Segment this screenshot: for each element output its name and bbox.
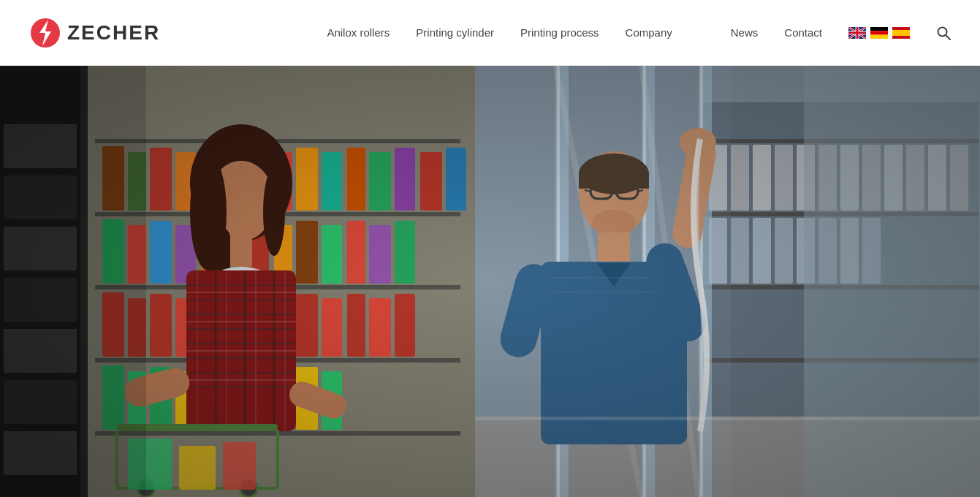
nav-anilox-rollers[interactable]: Anilox rollers — [327, 26, 390, 39]
nav-left: Anilox rollers Printing cylinder Printin… — [327, 26, 672, 39]
main-nav: Anilox rollers Printing cylinder Printin… — [327, 26, 951, 40]
hero-section — [0, 66, 980, 497]
flag-es[interactable] — [892, 27, 910, 39]
svg-rect-8 — [892, 36, 910, 39]
nav-news[interactable]: News — [731, 26, 759, 39]
site-header: ZECHER Anilox rollers Printing cylinder … — [0, 0, 980, 66]
svg-rect-4 — [870, 31, 888, 34]
nav-contact[interactable]: Contact — [784, 26, 822, 39]
search-icon — [936, 26, 951, 40]
flag-de[interactable] — [870, 27, 888, 39]
svg-rect-7 — [892, 30, 910, 36]
logo-icon — [29, 17, 61, 49]
flag-en[interactable] — [848, 27, 866, 39]
nav-printing-cylinder[interactable]: Printing cylinder — [416, 26, 494, 39]
logo-link[interactable]: ZECHER — [29, 17, 160, 49]
svg-rect-3 — [870, 27, 888, 31]
language-switcher — [848, 27, 910, 39]
search-button[interactable] — [936, 26, 951, 40]
nav-company[interactable]: Company — [626, 26, 672, 39]
svg-rect-6 — [892, 27, 910, 30]
nav-printing-process[interactable]: Printing process — [520, 26, 599, 39]
svg-rect-174 — [0, 66, 980, 497]
logo-text: ZECHER — [67, 21, 160, 45]
svg-line-10 — [946, 35, 950, 39]
hero-image — [0, 66, 980, 497]
svg-rect-5 — [870, 34, 888, 38]
nav-right: News Contact — [731, 26, 951, 40]
